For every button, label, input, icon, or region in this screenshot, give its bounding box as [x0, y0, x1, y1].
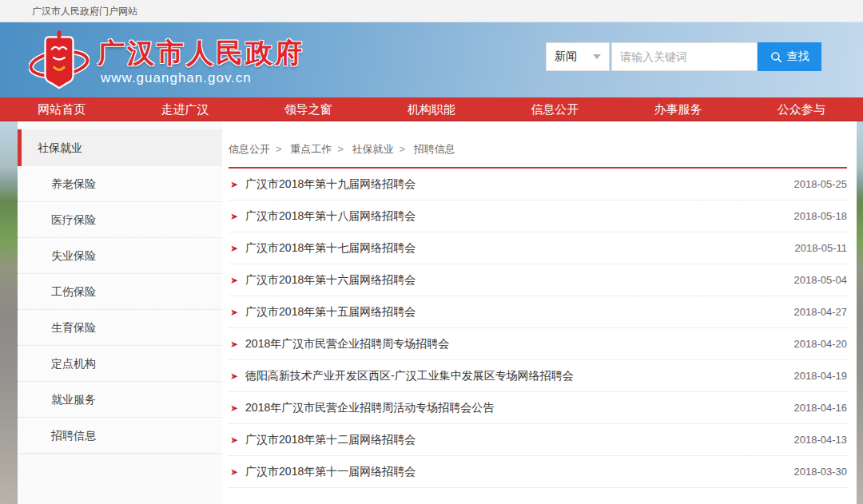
search-input[interactable]	[611, 42, 758, 71]
news-row[interactable]: ➤ 广汉市2018年第十二届网络招聘会 2018-04-13	[229, 424, 847, 456]
arrow-right-icon: ➤	[230, 339, 238, 349]
main-nav: 网站首页 走进广汉 领导之窗 机构职能 信息公开 办事服务 公众参与	[0, 97, 863, 121]
news-title: 广汉市2018年第十五届网络招聘会	[245, 305, 416, 319]
nav-item[interactable]: 信息公开	[493, 97, 616, 121]
news-date: 2018-04-16	[794, 402, 848, 414]
news-date: 2018-04-27	[794, 306, 848, 318]
arrow-right-icon: ➤	[230, 212, 238, 221]
breadcrumb-item-label: 招聘信息	[414, 143, 455, 155]
arrow-right-icon: ➤	[230, 244, 238, 253]
news-date: 2018-04-13	[794, 434, 848, 446]
search-category-select[interactable]: 新闻	[546, 42, 610, 71]
site-name: 广汉市人民政府	[97, 35, 304, 72]
breadcrumb-separator: >	[276, 143, 282, 155]
breadcrumb-item[interactable]: 社保就业>	[352, 143, 411, 155]
site-header: 广汉市人民政府 www.guanghan.gov.cn 新闻 查找	[0, 22, 863, 97]
sidebar-item[interactable]: 招聘信息	[18, 418, 222, 454]
news-title: 广汉市2018年第十九届网络招聘会	[245, 177, 416, 192]
breadcrumb-item[interactable]: 重点工作>	[290, 143, 349, 155]
nav-item[interactable]: 机构职能	[370, 97, 493, 121]
news-date: 2018-03-30	[794, 466, 848, 478]
news-title: 广汉市2018年第十八届网络招聘会	[245, 209, 416, 224]
arrow-right-icon: ➤	[230, 371, 238, 381]
chevron-down-icon	[593, 54, 601, 59]
arrow-right-icon: ➤	[230, 435, 238, 445]
sidebar-item[interactable]: 生育保险	[18, 310, 222, 346]
news-title: 广汉市2018年第十一届网络招聘会	[245, 465, 416, 479]
sidebar-item[interactable]: 工伤保险	[18, 274, 222, 310]
magnifier-icon	[770, 51, 782, 63]
news-row[interactable]: ➤ 广汉市2018年第十九届网络招聘会 2018-05-25	[229, 169, 847, 200]
breadcrumb-separator: >	[399, 143, 405, 155]
search-button[interactable]: 查找	[758, 42, 821, 71]
breadcrumb-separator: >	[337, 143, 344, 155]
breadcrumb-item-label: 重点工作	[290, 143, 332, 155]
search-button-label: 查找	[787, 50, 809, 64]
site-url: www.guanghan.gov.cn	[101, 70, 252, 86]
portal-topbar: 广汉市人民政府门户网站	[0, 0, 863, 22]
guanghan-mask-logo-icon	[29, 28, 89, 93]
news-row[interactable]: ➤ 2018年广汉市民营企业招聘周专场招聘会 2018-04-20	[229, 328, 847, 360]
arrow-right-icon: ➤	[230, 276, 238, 285]
arrow-right-icon: ➤	[230, 403, 238, 413]
sidebar-item[interactable]: 养老保险	[18, 166, 222, 202]
nav-item[interactable]: 网站首页	[0, 97, 123, 121]
breadcrumb-item[interactable]: 信息公开>	[229, 143, 288, 155]
content-area: 社保就业 养老保险 医疗保险 失业保险 工伤保险 生育保险 定点机构 就业服务	[18, 121, 857, 504]
arrow-right-icon: ➤	[230, 467, 238, 477]
sidebar-item[interactable]: 医疗保险	[18, 202, 222, 238]
breadcrumb: 信息公开> 重点工作> 社保就业> 招聘信息>	[229, 121, 847, 157]
search-bar: 新闻 查找	[546, 42, 821, 71]
nav-item[interactable]: 走进广汉	[123, 97, 246, 121]
news-title: 广汉市2018年第十七届网络招聘会	[245, 241, 416, 256]
news-row[interactable]: ➤ 广汉市2018年第十一届网络招聘会 2018-03-30	[229, 456, 847, 488]
nav-item[interactable]: 公众参与	[740, 97, 863, 121]
news-title: 德阳高新技术产业开发区西区-广汉工业集中发展区专场网络招聘会	[245, 369, 574, 383]
news-date: 2018-05-11	[794, 242, 847, 254]
search-category-value: 新闻	[555, 50, 577, 64]
news-title: 2018年广汉市民营企业招聘周专场招聘会	[245, 337, 449, 351]
news-row[interactable]: ➤ 广汉市2018年第十六届网络招聘会 2018-05-04	[229, 264, 847, 296]
sidebar-item[interactable]: 失业保险	[18, 238, 222, 274]
news-row[interactable]: ➤ 德阳高新技术产业开发区西区-广汉工业集中发展区专场网络招聘会 2018-04…	[229, 360, 847, 392]
news-title: 广汉市2018年第十二届网络招聘会	[245, 433, 416, 447]
sidebar: 社保就业 养老保险 医疗保险 失业保险 工伤保险 生育保险 定点机构 就业服务	[18, 121, 222, 504]
nav-item[interactable]: 办事服务	[616, 97, 739, 121]
news-list: ➤ 广汉市2018年第十九届网络招聘会 2018-05-25 ➤ 广汉市2018…	[229, 169, 847, 488]
news-row[interactable]: ➤ 广汉市2018年第十五届网络招聘会 2018-04-27	[229, 296, 847, 328]
news-date: 2018-05-25	[794, 178, 848, 190]
arrow-right-icon: ➤	[230, 308, 238, 317]
breadcrumb-item[interactable]: 招聘信息>	[414, 143, 455, 155]
news-row[interactable]: ➤ 2018年广汉市民营企业招聘周活动专场招聘会公告 2018-04-16	[229, 392, 847, 424]
news-date: 2018-05-18	[794, 210, 848, 222]
main-panel: 信息公开> 重点工作> 社保就业> 招聘信息> ➤ 广汉市2018年第十九届网络…	[222, 121, 857, 504]
sidebar-item[interactable]: 定点机构	[18, 346, 222, 382]
news-date: 2018-05-04	[794, 274, 848, 286]
news-date: 2018-04-19	[794, 370, 848, 382]
breadcrumb-item-label: 社保就业	[352, 143, 393, 155]
page: 广汉市人民政府门户网站 广汉市人民政府 www.guanghan.gov.cn …	[0, 0, 863, 504]
sidebar-item[interactable]: 就业服务	[18, 382, 222, 418]
news-date: 2018-04-20	[794, 338, 848, 350]
news-row[interactable]: ➤ 广汉市2018年第十七届网络招聘会 2018-05-11	[229, 232, 847, 264]
news-title: 2018年广汉市民营企业招聘周活动专场招聘会公告	[245, 401, 494, 415]
arrow-right-icon: ➤	[230, 180, 238, 189]
nav-item[interactable]: 领导之窗	[247, 97, 370, 121]
breadcrumb-item-label: 信息公开	[229, 143, 270, 155]
news-row[interactable]: ➤ 广汉市2018年第十八届网络招聘会 2018-05-18	[229, 200, 847, 232]
sidebar-menu: 养老保险 医疗保险 失业保险 工伤保险 生育保险 定点机构 就业服务 招聘信息	[18, 166, 222, 454]
sidebar-title: 社保就业	[18, 129, 222, 166]
portal-title: 广汉市人民政府门户网站	[32, 6, 137, 17]
news-title: 广汉市2018年第十六届网络招聘会	[245, 273, 416, 288]
sidebar-title-label: 社保就业	[38, 141, 82, 154]
